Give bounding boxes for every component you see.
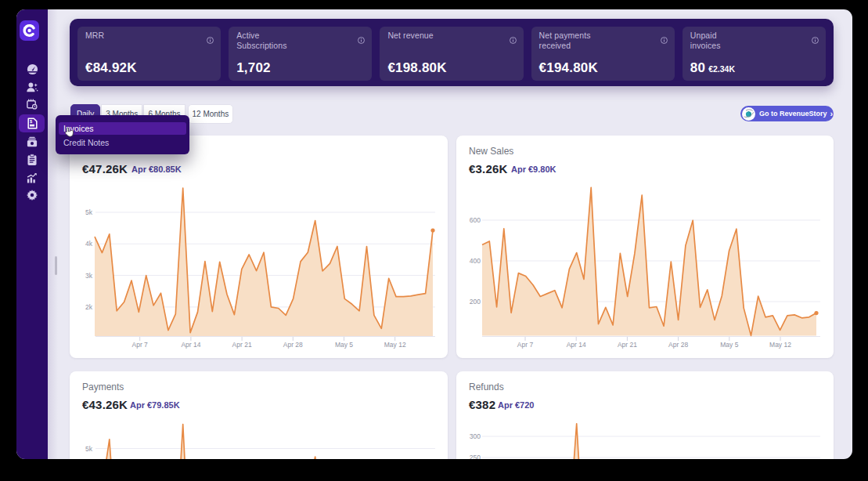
- svg-text:Apr 14: Apr 14: [181, 341, 200, 349]
- svg-text:Apr 21: Apr 21: [618, 341, 637, 349]
- svg-text:4k: 4k: [85, 240, 93, 248]
- svg-text:Apr 28: Apr 28: [668, 341, 688, 349]
- svg-text:$: $: [30, 119, 33, 124]
- svg-text:May 12: May 12: [384, 341, 406, 349]
- svg-text:2k: 2k: [85, 303, 93, 311]
- svg-text:5k: 5k: [85, 208, 93, 216]
- svg-text:300: 300: [470, 432, 481, 440]
- svg-text:400: 400: [470, 257, 481, 265]
- svg-text:600: 600: [470, 216, 481, 224]
- svg-text:Apr 28: Apr 28: [283, 341, 303, 349]
- svg-text:250: 250: [470, 454, 481, 459]
- svg-text:May 5: May 5: [335, 341, 353, 349]
- svg-text:May 12: May 12: [769, 341, 791, 349]
- svg-text:Apr 21: Apr 21: [232, 341, 252, 349]
- svg-text:3k: 3k: [85, 272, 93, 280]
- svg-text:May 5: May 5: [720, 341, 738, 349]
- svg-text:Apr 7: Apr 7: [517, 341, 534, 349]
- svg-text:5k: 5k: [85, 445, 93, 453]
- svg-text:200: 200: [470, 298, 481, 306]
- svg-text:Apr 14: Apr 14: [567, 341, 586, 349]
- svg-text:Apr 7: Apr 7: [132, 341, 149, 349]
